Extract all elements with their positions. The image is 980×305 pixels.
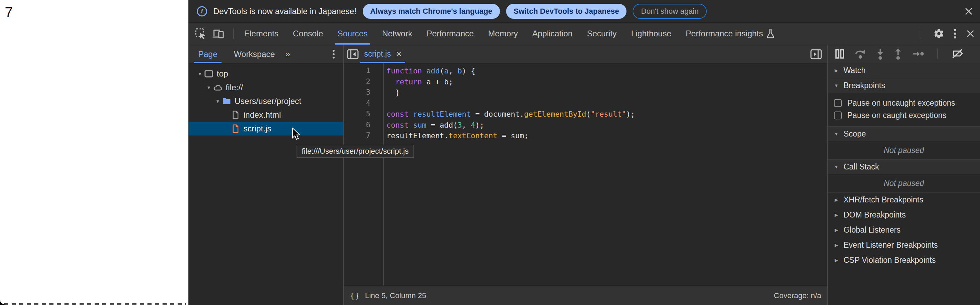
- checkbox-label: Pause on uncaught exceptions: [847, 99, 955, 108]
- tab-label: Sources: [337, 29, 368, 38]
- more-tabs-icon[interactable]: »: [283, 49, 292, 59]
- tree-item-label: index.html: [243, 110, 281, 120]
- tree-item-users-user-project[interactable]: ▼Users/user/project: [189, 94, 343, 108]
- tab-sources[interactable]: Sources: [330, 22, 375, 45]
- code-editor[interactable]: 1234567 function add(a, b) { return a + …: [344, 64, 827, 286]
- code-line: resultElement.textContent = sum;: [387, 130, 635, 141]
- close-notification-icon[interactable]: [964, 6, 974, 16]
- step-icon[interactable]: [912, 50, 924, 57]
- close-tab-icon[interactable]: ✕: [396, 50, 402, 59]
- tab-memory[interactable]: Memory: [481, 22, 525, 45]
- toolbar-right-controls: [917, 28, 975, 40]
- disclosure-arrow-icon[interactable]: ▼: [214, 99, 221, 104]
- section-csp-violation-breakpoints[interactable]: ▶CSP Violation Breakpoints: [828, 252, 980, 268]
- section-placeholder: Not paused: [828, 141, 980, 159]
- checkbox-pause-on-caught-exceptions[interactable]: Pause on caught exceptions: [828, 109, 980, 121]
- switch-devtools-to-japanese-button[interactable]: Switch DevTools to Japanese: [506, 4, 627, 19]
- tab-elements[interactable]: Elements: [237, 22, 286, 45]
- section-scope[interactable]: ▼Scope: [828, 126, 980, 141]
- tab-label: Application: [532, 29, 572, 38]
- tab-performance-insights[interactable]: Performance insights: [679, 22, 782, 45]
- notification-message: DevTools is now available in Japanese!: [213, 6, 356, 16]
- tree-item-file[interactable]: ▼file://: [189, 81, 343, 94]
- navigator-menu-icon[interactable]: [332, 49, 335, 59]
- tab-label: Performance: [426, 29, 474, 38]
- tree-item-label: Users/user/project: [235, 96, 301, 106]
- tree-item-top[interactable]: ▼top: [189, 67, 343, 81]
- cloud-icon: [213, 83, 222, 92]
- tab-workspace[interactable]: Workspace: [226, 45, 283, 63]
- file-icon: [231, 110, 240, 120]
- step-over-icon[interactable]: [854, 48, 866, 59]
- checkbox-box[interactable]: [834, 99, 842, 107]
- section-call-stack[interactable]: ▼Call Stack: [828, 159, 980, 174]
- close-devtools-icon[interactable]: [966, 29, 975, 38]
- notification-buttons: Always match Chrome's languageSwitch Dev…: [363, 4, 707, 19]
- tab-security[interactable]: Security: [580, 22, 624, 45]
- tree-item-index-html[interactable]: index.html: [189, 108, 343, 122]
- tab-label: Performance insights: [686, 29, 763, 38]
- don-t-show-again-button[interactable]: Don't show again: [633, 4, 707, 19]
- section-watch[interactable]: ▶Watch: [828, 63, 980, 78]
- tree-item-label: top: [217, 69, 228, 78]
- sources-panel: Page Workspace » ▼top▼file://▼Users/user…: [189, 45, 980, 305]
- tree-item-script-js[interactable]: script.js: [189, 122, 343, 136]
- deactivate-breakpoints-icon[interactable]: [951, 48, 964, 59]
- tab-label: Security: [587, 29, 617, 38]
- tab-application[interactable]: Application: [525, 22, 579, 45]
- tab-console[interactable]: Console: [286, 22, 330, 45]
- pretty-print-icon[interactable]: {}: [350, 291, 360, 300]
- device-toolbar-icon[interactable]: [212, 28, 224, 39]
- step-out-icon[interactable]: [894, 48, 902, 60]
- tab-label: Elements: [244, 29, 278, 38]
- tab-page[interactable]: Page: [190, 45, 226, 63]
- debugger-toolbar: [828, 45, 980, 63]
- inspect-element-icon[interactable]: [195, 28, 207, 40]
- section-label: Global Listeners: [843, 225, 900, 235]
- section-breakpoints[interactable]: ▼Breakpoints: [828, 78, 980, 93]
- editor-tab-scriptjs[interactable]: script.js ✕: [359, 45, 407, 63]
- section-placeholder: Not paused: [828, 174, 980, 192]
- file-js-icon: [231, 124, 240, 133]
- section-event-listener-breakpoints[interactable]: ▶Event Listener Breakpoints: [828, 238, 980, 252]
- step-into-icon[interactable]: [877, 48, 884, 60]
- section-dom-breakpoints[interactable]: ▶DOM Breakpoints: [828, 207, 980, 222]
- section-label: XHR/fetch Breakpoints: [843, 195, 923, 204]
- section-xhr-fetch-breakpoints[interactable]: ▶XHR/fetch Breakpoints: [828, 192, 980, 207]
- editor-pane: script.js ✕ 1234567 function add(a, b) {…: [344, 45, 827, 305]
- tab-lighthouse[interactable]: Lighthouse: [624, 22, 678, 45]
- breakpoint-options: Pause on uncaught exceptionsPause on cau…: [828, 93, 980, 126]
- tab-performance[interactable]: Performance: [419, 22, 481, 45]
- checkbox-pause-on-uncaught-exceptions[interactable]: Pause on uncaught exceptions: [828, 97, 980, 109]
- main-toolbar: ElementsConsoleSourcesNetworkPerformance…: [189, 22, 980, 45]
- disclosure-arrow-icon: ▶: [833, 197, 839, 203]
- notification-bar: i DevTools is now available in Japanese!…: [189, 0, 980, 22]
- code-content: function add(a, b) { return a + b; } con…: [384, 64, 635, 286]
- always-match-chrome-s-language-button[interactable]: Always match Chrome's language: [363, 4, 500, 19]
- section-label: DOM Breakpoints: [843, 210, 906, 220]
- disclosure-arrow-icon: ▶: [833, 68, 839, 73]
- disclosure-arrow-icon: ▶: [833, 227, 839, 233]
- tab-network[interactable]: Network: [375, 22, 419, 45]
- coverage-status: Coverage: n/a: [774, 291, 821, 300]
- code-line: const resultElement = document.getElemen…: [387, 109, 635, 120]
- more-options-icon[interactable]: [953, 28, 957, 40]
- editor-status-bar: {} Line 5, Column 25 Coverage: n/a: [344, 286, 827, 305]
- hide-navigator-icon[interactable]: [347, 49, 359, 59]
- clipped-cursor-fragment: [0, 300, 9, 305]
- line-number-gutter: 1234567: [344, 64, 384, 286]
- section-global-listeners[interactable]: ▶Global Listeners: [828, 222, 980, 238]
- mouse-cursor: [292, 128, 302, 141]
- navigator-pane: Page Workspace » ▼top▼file://▼Users/user…: [189, 45, 344, 305]
- editor-tab-strip: script.js ✕: [344, 45, 827, 64]
- pause-script-icon[interactable]: [835, 49, 844, 59]
- disclosure-arrow-icon[interactable]: ▼: [205, 85, 213, 90]
- section-label: Scope: [843, 129, 866, 139]
- file-path-tooltip: file:///Users/user/project/script.js: [297, 145, 414, 158]
- tree-item-label: script.js: [243, 124, 271, 133]
- settings-gear-icon[interactable]: [933, 28, 944, 39]
- checkbox-box[interactable]: [834, 112, 842, 120]
- show-debugger-sidebar-icon[interactable]: [810, 49, 822, 59]
- disclosure-arrow-icon[interactable]: ▼: [196, 71, 204, 77]
- page-bottom-dashed-line: [4, 303, 186, 305]
